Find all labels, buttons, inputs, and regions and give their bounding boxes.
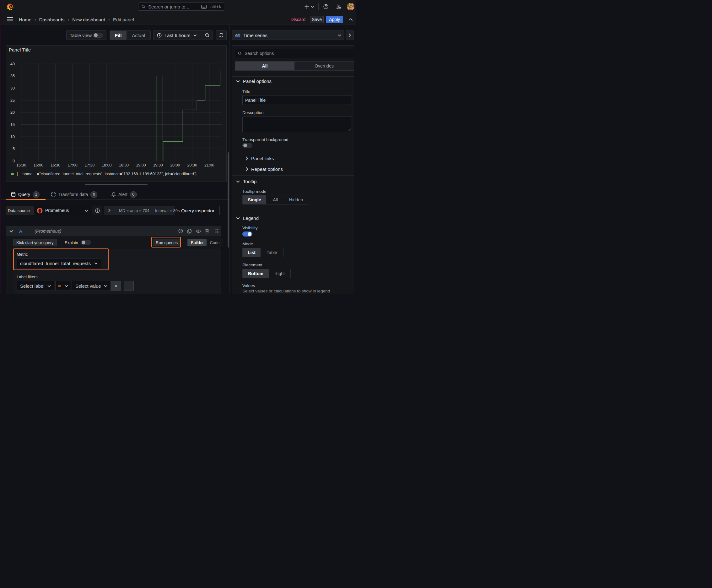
svg-text:17:00: 17:00 bbox=[67, 163, 77, 167]
svg-text:16:00: 16:00 bbox=[34, 163, 43, 167]
svg-text:35: 35 bbox=[10, 74, 15, 78]
svg-text:10: 10 bbox=[10, 135, 15, 139]
svg-text:18:30: 18:30 bbox=[119, 163, 129, 167]
svg-text:0: 0 bbox=[13, 159, 15, 163]
svg-text:20: 20 bbox=[10, 110, 15, 114]
svg-text:20:30: 20:30 bbox=[188, 163, 197, 167]
svg-text:30: 30 bbox=[10, 86, 15, 90]
svg-text:16:30: 16:30 bbox=[50, 163, 60, 167]
svg-text:19:00: 19:00 bbox=[136, 163, 146, 167]
svg-text:40: 40 bbox=[10, 62, 15, 66]
svg-text:15:30: 15:30 bbox=[16, 163, 26, 167]
svg-text:15: 15 bbox=[10, 123, 15, 127]
svg-text:21:00: 21:00 bbox=[204, 163, 214, 167]
svg-text:17:30: 17:30 bbox=[85, 163, 94, 167]
svg-text:25: 25 bbox=[10, 98, 15, 103]
svg-text:5: 5 bbox=[13, 147, 15, 151]
svg-text:18:00: 18:00 bbox=[102, 163, 111, 167]
svg-text:20:00: 20:00 bbox=[170, 163, 180, 167]
svg-text:19:30: 19:30 bbox=[153, 163, 163, 167]
